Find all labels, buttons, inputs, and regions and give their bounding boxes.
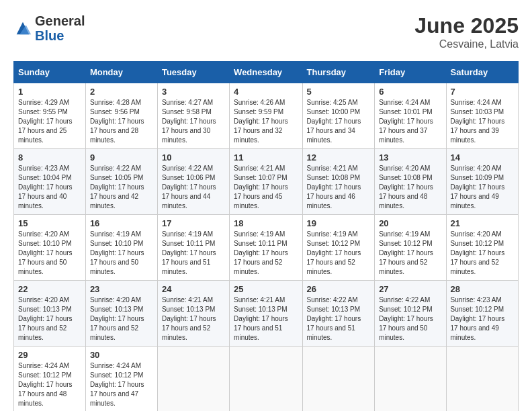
- logo-icon: [13, 19, 32, 38]
- day-number: 9: [90, 152, 153, 163]
- calendar-cell: 21Sunrise: 4:20 AMSunset: 10:12 PMDaylig…: [446, 215, 518, 281]
- day-number: 1: [18, 87, 81, 97]
- day-number: 5: [307, 87, 371, 97]
- calendar-cell: 25Sunrise: 4:21 AMSunset: 10:13 PMDaylig…: [230, 281, 302, 347]
- day-number: 18: [234, 218, 298, 228]
- day-info: Sunrise: 4:19 AMSunset: 10:12 PMDaylight…: [307, 230, 371, 277]
- day-number: 16: [90, 218, 153, 228]
- calendar-cell: 5Sunrise: 4:25 AMSunset: 10:00 PMDayligh…: [302, 83, 375, 149]
- day-number: 11: [234, 152, 298, 163]
- day-number: 8: [18, 152, 81, 163]
- logo: General Blue: [13, 13, 85, 43]
- day-info: Sunrise: 4:19 AMSunset: 10:12 PMDaylight…: [379, 230, 441, 277]
- logo-text: General Blue: [35, 13, 85, 43]
- day-info: Sunrise: 4:29 AMSunset: 9:55 PMDaylight:…: [18, 98, 81, 145]
- day-number: 6: [379, 87, 441, 97]
- day-info: Sunrise: 4:21 AMSunset: 10:13 PMDaylight…: [162, 295, 225, 342]
- day-info: Sunrise: 4:20 AMSunset: 10:09 PMDaylight…: [451, 164, 514, 211]
- day-number: 19: [307, 218, 371, 228]
- day-info: Sunrise: 4:28 AMSunset: 9:56 PMDaylight:…: [90, 98, 153, 145]
- day-info: Sunrise: 4:22 AMSunset: 10:05 PMDaylight…: [90, 164, 153, 211]
- day-number: 7: [451, 87, 514, 97]
- day-info: Sunrise: 4:26 AMSunset: 9:59 PMDaylight:…: [234, 98, 298, 145]
- day-info: Sunrise: 4:25 AMSunset: 10:00 PMDaylight…: [307, 98, 371, 145]
- day-info: Sunrise: 4:20 AMSunset: 10:13 PMDaylight…: [90, 295, 153, 342]
- day-info: Sunrise: 4:23 AMSunset: 10:04 PMDaylight…: [18, 164, 81, 211]
- day-info: Sunrise: 4:20 AMSunset: 10:10 PMDaylight…: [18, 230, 81, 277]
- week-row-5: 29Sunrise: 4:24 AMSunset: 10:12 PMDaylig…: [14, 347, 519, 412]
- day-info: Sunrise: 4:24 AMSunset: 10:12 PMDaylight…: [18, 361, 81, 408]
- calendar-cell: 24Sunrise: 4:21 AMSunset: 10:13 PMDaylig…: [157, 281, 229, 347]
- calendar-cell: 30Sunrise: 4:24 AMSunset: 10:12 PMDaylig…: [85, 347, 157, 412]
- day-number: 27: [379, 284, 441, 294]
- logo-general: General: [35, 13, 85, 28]
- day-number: 26: [307, 284, 371, 294]
- week-row-2: 8Sunrise: 4:23 AMSunset: 10:04 PMDayligh…: [14, 149, 519, 215]
- day-info: Sunrise: 4:24 AMSunset: 10:01 PMDaylight…: [379, 98, 441, 145]
- calendar-cell: 19Sunrise: 4:19 AMSunset: 10:12 PMDaylig…: [302, 215, 375, 281]
- day-number: 22: [18, 284, 81, 294]
- day-number: 23: [90, 284, 153, 294]
- day-info: Sunrise: 4:21 AMSunset: 10:13 PMDaylight…: [234, 295, 298, 342]
- day-info: Sunrise: 4:19 AMSunset: 10:11 PMDaylight…: [234, 230, 298, 277]
- calendar-cell: [157, 347, 229, 412]
- day-number: 20: [379, 218, 441, 228]
- day-info: Sunrise: 4:19 AMSunset: 10:11 PMDaylight…: [162, 230, 225, 277]
- day-number: 2: [90, 87, 153, 97]
- header-sunday: Sunday: [14, 62, 86, 83]
- day-info: Sunrise: 4:24 AMSunset: 10:12 PMDaylight…: [90, 361, 153, 408]
- calendar-cell: 9Sunrise: 4:22 AMSunset: 10:05 PMDayligh…: [85, 149, 157, 215]
- title-area: June 2025 Cesvaine, Latvia: [414, 13, 519, 50]
- calendar-cell: 11Sunrise: 4:21 AMSunset: 10:07 PMDaylig…: [230, 149, 302, 215]
- header-thursday: Thursday: [302, 62, 375, 83]
- day-info: Sunrise: 4:22 AMSunset: 10:13 PMDaylight…: [307, 295, 371, 342]
- calendar-cell: 22Sunrise: 4:20 AMSunset: 10:13 PMDaylig…: [14, 281, 86, 347]
- location: Cesvaine, Latvia: [414, 38, 519, 50]
- calendar-cell: 14Sunrise: 4:20 AMSunset: 10:09 PMDaylig…: [446, 149, 518, 215]
- day-number: 25: [234, 284, 298, 294]
- logo-blue: Blue: [35, 28, 85, 43]
- week-row-1: 1Sunrise: 4:29 AMSunset: 9:55 PMDaylight…: [14, 83, 519, 149]
- calendar-cell: 4Sunrise: 4:26 AMSunset: 9:59 PMDaylight…: [230, 83, 302, 149]
- day-info: Sunrise: 4:21 AMSunset: 10:08 PMDaylight…: [307, 164, 371, 211]
- calendar-cell: 20Sunrise: 4:19 AMSunset: 10:12 PMDaylig…: [375, 215, 446, 281]
- day-number: 29: [18, 350, 81, 360]
- calendar-cell: 1Sunrise: 4:29 AMSunset: 9:55 PMDaylight…: [14, 83, 86, 149]
- calendar-cell: 15Sunrise: 4:20 AMSunset: 10:10 PMDaylig…: [14, 215, 86, 281]
- calendar-cell: 18Sunrise: 4:19 AMSunset: 10:11 PMDaylig…: [230, 215, 302, 281]
- calendar-cell: 3Sunrise: 4:27 AMSunset: 9:58 PMDaylight…: [157, 83, 229, 149]
- calendar-cell: 27Sunrise: 4:22 AMSunset: 10:12 PMDaylig…: [375, 281, 446, 347]
- day-number: 14: [451, 152, 514, 163]
- calendar-cell: 8Sunrise: 4:23 AMSunset: 10:04 PMDayligh…: [14, 149, 86, 215]
- day-number: 28: [451, 284, 514, 294]
- calendar-cell: 12Sunrise: 4:21 AMSunset: 10:08 PMDaylig…: [302, 149, 375, 215]
- header-monday: Monday: [85, 62, 157, 83]
- day-info: Sunrise: 4:23 AMSunset: 10:12 PMDaylight…: [451, 295, 514, 342]
- calendar-header-row: SundayMondayTuesdayWednesdayThursdayFrid…: [14, 62, 519, 83]
- calendar-cell: [446, 347, 518, 412]
- day-number: 10: [162, 152, 225, 163]
- day-info: Sunrise: 4:19 AMSunset: 10:10 PMDaylight…: [90, 230, 153, 277]
- day-info: Sunrise: 4:20 AMSunset: 10:13 PMDaylight…: [18, 295, 81, 342]
- day-info: Sunrise: 4:24 AMSunset: 10:03 PMDaylight…: [451, 98, 514, 145]
- calendar-cell: [230, 347, 302, 412]
- day-info: Sunrise: 4:27 AMSunset: 9:58 PMDaylight:…: [162, 98, 225, 145]
- day-info: Sunrise: 4:22 AMSunset: 10:06 PMDaylight…: [162, 164, 225, 211]
- day-number: 17: [162, 218, 225, 228]
- calendar-cell: [302, 347, 375, 412]
- day-number: 13: [379, 152, 441, 163]
- day-number: 30: [90, 350, 153, 360]
- header-tuesday: Tuesday: [157, 62, 229, 83]
- day-info: Sunrise: 4:21 AMSunset: 10:07 PMDaylight…: [234, 164, 298, 211]
- day-number: 4: [234, 87, 298, 97]
- calendar-table: SundayMondayTuesdayWednesdayThursdayFrid…: [13, 61, 519, 411]
- header-friday: Friday: [375, 62, 446, 83]
- calendar-cell: 6Sunrise: 4:24 AMSunset: 10:01 PMDayligh…: [375, 83, 446, 149]
- calendar-cell: 28Sunrise: 4:23 AMSunset: 10:12 PMDaylig…: [446, 281, 518, 347]
- calendar-cell: 13Sunrise: 4:20 AMSunset: 10:08 PMDaylig…: [375, 149, 446, 215]
- day-number: 24: [162, 284, 225, 294]
- month-title: June 2025: [414, 13, 519, 38]
- day-number: 15: [18, 218, 81, 228]
- calendar-cell: 26Sunrise: 4:22 AMSunset: 10:13 PMDaylig…: [302, 281, 375, 347]
- day-info: Sunrise: 4:22 AMSunset: 10:12 PMDaylight…: [379, 295, 441, 342]
